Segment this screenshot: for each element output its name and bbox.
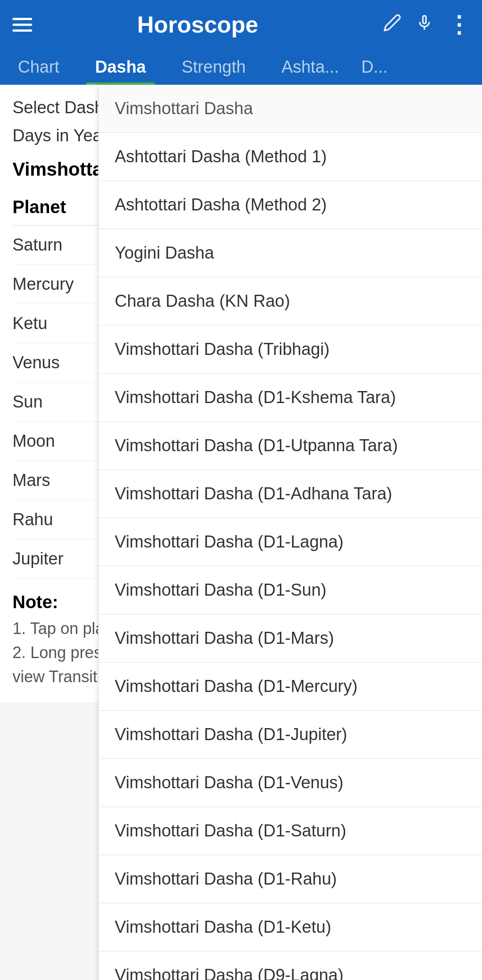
app-header: Horoscope ⋮ <box>0 0 482 49</box>
dropdown-item[interactable]: Ashtottari Dasha (Method 1) <box>99 133 482 181</box>
tab-strength[interactable]: Strength <box>164 58 264 85</box>
app-title: Horoscope <box>12 11 383 38</box>
tab-chart[interactable]: Chart <box>0 58 77 85</box>
dropdown-item[interactable]: Vimshottari Dasha (D1-Mars) <box>99 614 482 663</box>
dropdown-item[interactable]: Vimshottari Dasha (D1-Mercury) <box>99 663 482 711</box>
more-options-icon[interactable]: ⋮ <box>447 11 470 38</box>
tab-dasha[interactable]: Dasha <box>77 58 164 85</box>
dropdown-item[interactable]: Vimshottari Dasha (D1-Lagna) <box>99 518 482 566</box>
dasha-type-dropdown: Vimshottari DashaAshtottari Dasha (Metho… <box>98 85 482 980</box>
tab-ashta[interactable]: Ashta... <box>264 58 357 85</box>
dropdown-item[interactable]: Vimshottari Dasha (D1-Adhana Tara) <box>99 470 482 518</box>
dropdown-item[interactable]: Ashtottari Dasha (Method 2) <box>99 181 482 229</box>
dropdown-item[interactable]: Vimshottari Dasha (D1-Utpanna Tara) <box>99 422 482 470</box>
main-content: Select Dasha Ty Days in Year: 36 Vimshot… <box>0 85 482 976</box>
dropdown-item[interactable]: Vimshottari Dasha (D1-Ketu) <box>99 903 482 951</box>
dropdown-item[interactable]: Vimshottari Dasha (D9-Lagna) <box>99 951 482 980</box>
dropdown-item[interactable]: Yogini Dasha <box>99 229 482 277</box>
dropdown-item[interactable]: Vimshottari Dasha (D1-Kshema Tara) <box>99 374 482 422</box>
header-actions: ⋮ <box>383 11 470 38</box>
microphone-icon[interactable] <box>415 13 434 36</box>
dropdown-item[interactable]: Vimshottari Dasha (D1-Rahu) <box>99 855 482 903</box>
dropdown-item[interactable]: Vimshottari Dasha (D1-Jupiter) <box>99 711 482 759</box>
dropdown-item[interactable]: Chara Dasha (KN Rao) <box>99 277 482 325</box>
dropdown-item[interactable]: Vimshottari Dasha (Tribhagi) <box>99 325 482 374</box>
dropdown-item[interactable]: Vimshottari Dasha <box>99 85 482 133</box>
pencil-icon[interactable] <box>383 13 402 36</box>
tabs-bar: Chart Dasha Strength Ashta... D... <box>0 49 482 85</box>
dropdown-item[interactable]: Vimshottari Dasha (D1-Sun) <box>99 566 482 614</box>
tab-d[interactable]: D... <box>357 58 401 85</box>
dropdown-item[interactable]: Vimshottari Dasha (D1-Saturn) <box>99 807 482 855</box>
dropdown-item[interactable]: Vimshottari Dasha (D1-Venus) <box>99 759 482 807</box>
